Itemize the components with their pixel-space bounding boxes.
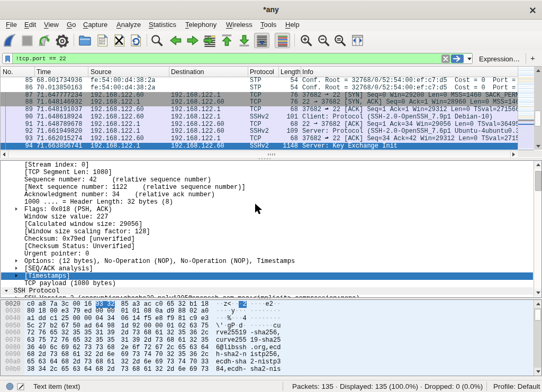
svg-text:0011: 0011 [99,42,105,45]
